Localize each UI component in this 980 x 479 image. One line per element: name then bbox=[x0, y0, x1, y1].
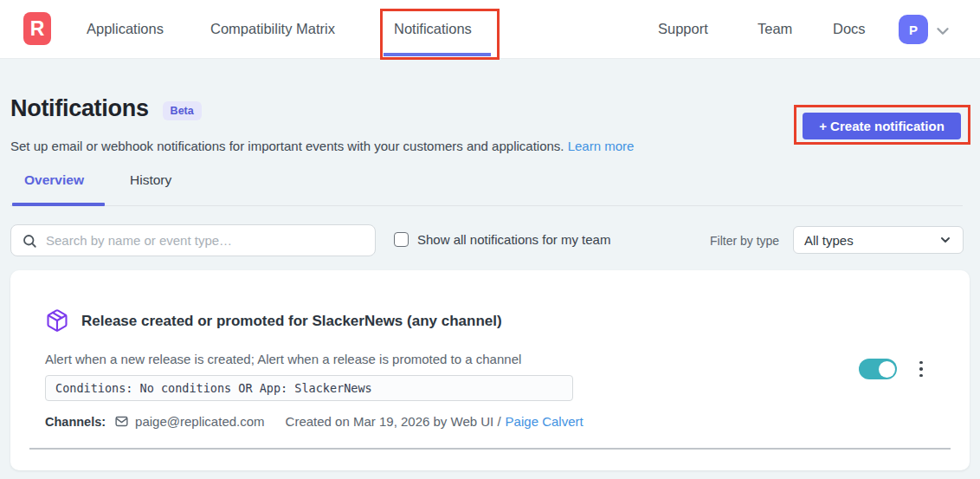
nav-item-compatibility-matrix[interactable]: Compatibility Matrix bbox=[210, 21, 335, 37]
active-nav-indicator bbox=[384, 53, 491, 56]
tab-history[interactable]: History bbox=[130, 172, 171, 188]
show-team-notifications-checkbox-row: Show all notifications for my team bbox=[394, 232, 610, 247]
filter-type-selected-value: All types bbox=[804, 233, 938, 248]
notification-enabled-toggle[interactable] bbox=[859, 359, 897, 379]
chevron-down-icon bbox=[938, 233, 952, 247]
notification-title: Release created or promoted for SlackerN… bbox=[81, 313, 502, 330]
channel-email: paige@replicated.com bbox=[135, 414, 264, 429]
filter-type-select[interactable]: All types bbox=[793, 226, 964, 254]
notification-description: Alert when a new release is created; Ale… bbox=[45, 352, 521, 366]
tab-overview[interactable]: Overview bbox=[24, 172, 84, 188]
page-header: Notifications Beta bbox=[10, 95, 202, 122]
search-icon bbox=[22, 233, 37, 249]
nav-item-applications[interactable]: Applications bbox=[87, 21, 164, 37]
card-divider bbox=[29, 448, 951, 450]
avatar-letter: P bbox=[909, 23, 918, 37]
channels-row: Channels: paige@replicated.com Created o… bbox=[45, 414, 583, 429]
create-notification-button[interactable]: + Create notification bbox=[803, 113, 961, 139]
page-description: Set up email or webhook notifications fo… bbox=[10, 139, 634, 153]
filter-by-type-label: Filter by type bbox=[710, 234, 779, 248]
page-title: Notifications bbox=[10, 95, 149, 122]
package-icon bbox=[45, 308, 69, 333]
nav-item-docs[interactable]: Docs bbox=[833, 21, 866, 37]
top-navigation: R Applications Compatibility Matrix Noti… bbox=[0, 0, 980, 59]
tabs-divider bbox=[10, 205, 963, 206]
notification-card: Release created or promoted for SlackerN… bbox=[10, 270, 970, 470]
logo-letter: R bbox=[30, 17, 45, 41]
email-icon bbox=[114, 414, 129, 429]
page-description-text: Set up email or webhook notifications fo… bbox=[10, 139, 564, 153]
nav-item-notifications[interactable]: Notifications bbox=[394, 21, 472, 37]
created-text: Created on Mar 19, 2026 by Web UI / bbox=[286, 414, 501, 429]
search-box bbox=[10, 224, 376, 256]
replicated-logo[interactable]: R bbox=[23, 12, 51, 45]
show-team-checkbox-label: Show all notifications for my team bbox=[417, 232, 610, 247]
toggle-knob bbox=[879, 361, 895, 378]
kebab-menu-icon[interactable] bbox=[913, 355, 929, 383]
created-by-link[interactable]: Paige Calvert bbox=[506, 414, 583, 429]
show-team-checkbox[interactable] bbox=[394, 232, 409, 247]
search-input[interactable] bbox=[46, 233, 364, 248]
beta-badge: Beta bbox=[163, 101, 202, 120]
nav-item-support[interactable]: Support bbox=[658, 21, 708, 37]
learn-more-link[interactable]: Learn more bbox=[568, 139, 635, 153]
channels-label: Channels: bbox=[45, 415, 106, 429]
chevron-down-icon[interactable] bbox=[933, 22, 952, 41]
active-tab-indicator bbox=[12, 203, 105, 206]
conditions-box: Conditions: No conditions OR App: Slacke… bbox=[45, 375, 573, 401]
nav-item-team[interactable]: Team bbox=[758, 21, 792, 37]
app-root: R Applications Compatibility Matrix Noti… bbox=[0, 0, 980, 479]
user-avatar[interactable]: P bbox=[899, 15, 928, 44]
